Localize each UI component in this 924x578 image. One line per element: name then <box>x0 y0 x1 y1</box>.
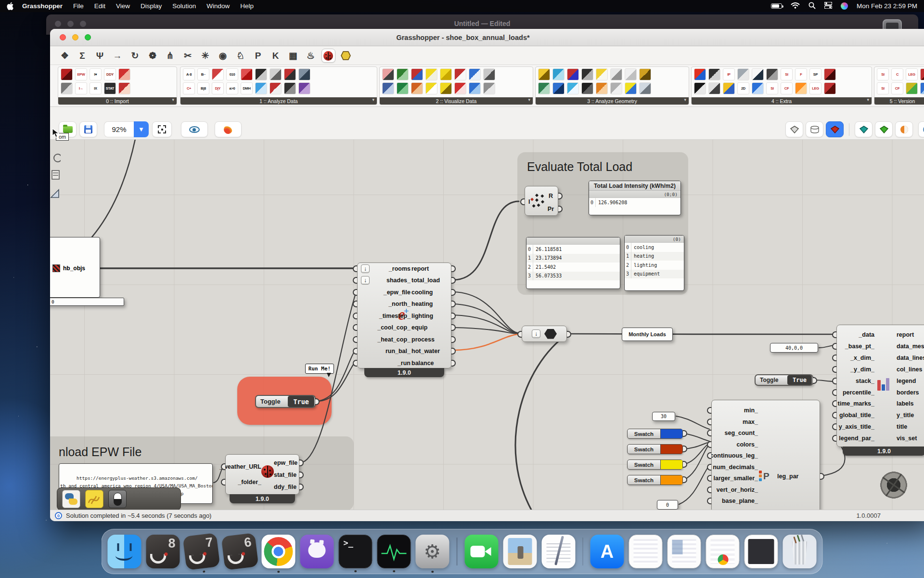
expand-button[interactable]: ↓ <box>361 264 370 273</box>
toolbar-icon[interactable] <box>255 68 267 80</box>
curve-tab[interactable]: ↻ <box>128 49 142 63</box>
toolbar-icon[interactable] <box>538 68 550 80</box>
toolbar-icon[interactable]: LEG <box>906 68 918 80</box>
input-port[interactable] <box>707 452 711 459</box>
toggle-value[interactable]: True <box>288 396 314 407</box>
hb-annual-loads-component[interactable]: e+ 1.9.0 _roomsshades__epw_file_north__t… <box>357 263 451 368</box>
toolbar-icon[interactable]: DDY <box>104 68 116 80</box>
decimals-panel[interactable]: 0 <box>657 500 678 510</box>
swatch-component[interactable]: Swatch <box>627 460 683 470</box>
input-port[interactable] <box>353 265 357 272</box>
dock-rhino-8[interactable]: 8 <box>146 535 180 568</box>
transform-tab[interactable]: ✳ <box>198 49 212 63</box>
intersect-tab[interactable]: ✂ <box>181 49 195 63</box>
spotlight-icon[interactable] <box>808 2 816 11</box>
toolbar-icon[interactable] <box>567 68 579 80</box>
toolbar-icon[interactable] <box>255 82 267 94</box>
input-port[interactable] <box>353 313 357 319</box>
input-port[interactable] <box>353 360 357 367</box>
toolbar-icon[interactable] <box>920 82 924 94</box>
swatch-component[interactable]: Swatch <box>627 475 683 485</box>
toolbar-icon[interactable] <box>552 82 565 94</box>
toggle-widget-icon[interactable] <box>108 490 127 508</box>
menu-window[interactable]: Window <box>201 2 235 10</box>
toolbar-icon[interactable]: 010 <box>226 68 238 80</box>
toolbar-icon[interactable] <box>212 68 224 80</box>
toolbar-icon[interactable] <box>483 82 495 94</box>
dock-document-thumb-2[interactable] <box>667 535 701 568</box>
input-port[interactable] <box>832 423 836 430</box>
toolbar-group-label[interactable]: 4 :: Extra▾ <box>692 97 872 105</box>
dock-document-thumb-1[interactable] <box>629 535 663 568</box>
total-load-panel[interactable]: Total Load Intensity (kWh/m2) (0;0) 0126… <box>589 181 681 215</box>
input-port[interactable] <box>520 198 525 205</box>
toolbar-icon[interactable] <box>61 82 73 94</box>
toolbar-icon[interactable]: F <box>795 68 807 80</box>
preview-visibility-button[interactable] <box>181 121 208 137</box>
input-port[interactable] <box>517 331 522 338</box>
sketch-tool-button[interactable] <box>215 121 242 137</box>
toolbar-icon[interactable] <box>118 82 130 94</box>
display-tab[interactable]: ◉ <box>216 49 230 63</box>
toolbar-icon[interactable] <box>824 82 836 94</box>
toolbar-icon[interactable] <box>752 68 764 80</box>
swatch-color[interactable] <box>660 445 682 454</box>
swatch-color[interactable] <box>660 475 682 485</box>
toolbar-icon[interactable] <box>298 68 310 80</box>
toolbar-icon[interactable] <box>454 68 466 80</box>
dock-trash[interactable] <box>783 535 817 568</box>
toggle-value[interactable]: True <box>787 375 812 385</box>
input-port[interactable] <box>832 355 836 361</box>
toolbar-icon[interactable] <box>567 82 579 94</box>
toolbar-icon[interactable] <box>708 68 720 80</box>
wireframe-preview-button[interactable] <box>806 121 823 137</box>
no-preview-mode-button[interactable] <box>785 121 803 137</box>
toolbar-icon[interactable] <box>425 68 437 80</box>
toolbar-icon[interactable] <box>708 82 720 94</box>
input-port[interactable] <box>353 348 357 355</box>
swatch-component[interactable]: Swatch <box>627 444 683 454</box>
toolbar-icon[interactable]: SI <box>781 68 793 80</box>
apple-menu-icon[interactable] <box>7 2 14 10</box>
input-port[interactable] <box>707 407 711 414</box>
sets-tab[interactable]: Ψ <box>93 49 107 63</box>
dock-github-desktop[interactable] <box>300 535 334 568</box>
load-types-panel[interactable]: (0) 0cooling1heating2lighting3equipment <box>624 235 684 291</box>
canvas-widget-icon[interactable] <box>50 170 60 180</box>
expand-button[interactable]: ↓ <box>532 329 540 338</box>
input-port[interactable] <box>707 498 711 504</box>
toolbar-icon[interactable] <box>469 68 481 80</box>
toolbar-icon[interactable]: D|Y <box>212 82 224 94</box>
toolbar-group-label[interactable]: 2 :: Visualize Data▾ <box>380 97 533 105</box>
toolbar-icon[interactable] <box>382 82 394 94</box>
input-port[interactable] <box>707 441 711 448</box>
load-values-panel[interactable]: 026.118581123.173894221.5402356.073533 <box>526 237 620 289</box>
toolbar-icon[interactable] <box>766 68 778 80</box>
custom-preview-button[interactable] <box>875 121 893 137</box>
toolbar-icon[interactable]: LEG <box>809 82 821 94</box>
mass-addition-component[interactable]: I R Pr <box>525 186 558 216</box>
honeybee-tab[interactable] <box>339 49 353 63</box>
toolbar-icon[interactable] <box>241 68 253 80</box>
toolbar-icon[interactable] <box>610 68 622 80</box>
toolbar-icon[interactable] <box>795 82 807 94</box>
base-point-panel[interactable]: 40,0,0 <box>770 343 818 353</box>
input-port[interactable] <box>221 479 225 486</box>
toolbar-icon[interactable] <box>596 68 608 80</box>
toolbar-icon[interactable]: I♥ <box>90 68 102 80</box>
menu-bar-clock[interactable]: Mon Feb 23 2:59 PM <box>857 2 917 10</box>
toolbar-icon[interactable] <box>270 68 282 80</box>
wifi-icon[interactable] <box>791 2 800 10</box>
canvas-compass-widget[interactable] <box>879 470 909 500</box>
toolbar-icon[interactable] <box>538 82 550 94</box>
title-bar[interactable]: Grasshopper - shoe_box_annual_loads* <box>50 29 924 46</box>
menu-view[interactable]: View <box>111 2 135 10</box>
zoom-level-value[interactable]: 92% <box>104 121 134 137</box>
menu-solution[interactable]: Solution <box>167 2 201 10</box>
dropdown-arrow-icon[interactable]: ▾ <box>172 97 174 102</box>
input-port[interactable] <box>353 289 357 296</box>
dock-system-settings[interactable]: ⚙ <box>416 535 449 568</box>
dock-rhino-7[interactable]: 7 <box>182 533 220 570</box>
menu-file[interactable]: File <box>68 2 89 10</box>
toolbar-icon[interactable]: IX <box>90 82 102 94</box>
